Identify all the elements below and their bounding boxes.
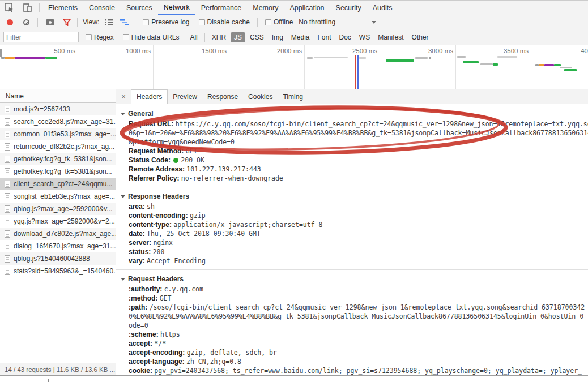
header-value: /soso/fcgi-bin/client_search_cp?ct=24&qq… (150, 303, 585, 311)
checkbox-icon (123, 34, 129, 40)
preserve-log-checkbox[interactable]: Preserve log (143, 18, 189, 26)
header-value: no-referrer-when-downgrade (181, 174, 283, 182)
request-name: returncode_df82b2c.js?max_ag... (14, 143, 114, 151)
section-title-response-headers[interactable]: Response Headers (116, 191, 588, 202)
filter-type-media[interactable]: Media (288, 32, 313, 42)
record-button[interactable] (7, 19, 13, 25)
request-row[interactable]: gethotkey.fcg?g_tk=5381&json... (0, 153, 116, 165)
request-row[interactable]: qblog.js?1540460042888 (0, 252, 116, 265)
header-entry: accept-language: zh-CN,zh;q=0.8 (116, 357, 588, 366)
divider (77, 18, 78, 27)
detail-tab-preview[interactable]: Preview (168, 89, 202, 104)
request-row[interactable]: gethotkey.fcg?g_tk=5381&json... (0, 165, 116, 178)
header-name: Request URL: (129, 120, 176, 128)
script-file-icon (5, 193, 10, 200)
filter-types: AllXHRJSCSSImgMediaFontDocWSManifestOthe… (186, 32, 432, 42)
filter-type-img[interactable]: Img (269, 32, 287, 42)
section-divider (116, 187, 588, 187)
tab-security[interactable]: Security (330, 1, 367, 15)
hide-data-urls-checkbox[interactable]: Hide data URLs (123, 33, 180, 41)
checkbox-icon (86, 34, 92, 40)
inspect-element-icon[interactable] (0, 1, 18, 15)
header-entry: :path: /soso/fcgi-bin/client_search_cp?c… (116, 303, 588, 312)
triangle-expanded-icon (121, 278, 125, 281)
tab-memory[interactable]: Memory (247, 1, 284, 15)
filter-type-all[interactable]: All (186, 32, 201, 42)
request-name: qblog.js?max_age=2592000&v... (14, 205, 112, 213)
filter-type-js[interactable]: JS (231, 32, 245, 42)
column-header-name[interactable]: Name (0, 89, 116, 103)
overview-request-bar (539, 64, 544, 66)
overview-gridline (304, 45, 305, 89)
capture-screenshots-icon[interactable] (46, 19, 54, 25)
regex-checkbox[interactable]: Regex (86, 33, 114, 41)
close-icon[interactable]: × (116, 89, 131, 104)
chevron-down-icon[interactable] (372, 21, 376, 24)
detail-tab-cookies[interactable]: Cookies (243, 89, 278, 104)
view-list-icon[interactable] (105, 19, 113, 25)
network-overview[interactable]: 500 ms1000 ms1500 ms2000 ms2500 ms3000 m… (0, 45, 588, 89)
filter-type-css[interactable]: CSS (246, 32, 267, 42)
section-title-general[interactable]: General (116, 108, 588, 119)
device-toolbar-icon[interactable] (18, 1, 36, 15)
script-file-icon (5, 205, 10, 213)
header-entry: vary: Accept-Encoding (116, 256, 588, 265)
request-name: gethotkey.fcg?g_tk=5381&json... (14, 168, 112, 175)
filter-type-doc[interactable]: Doc (336, 32, 355, 42)
filter-type-ws[interactable]: WS (356, 32, 373, 42)
request-row[interactable]: mod.js?r=2567433 (0, 103, 116, 115)
request-row[interactable]: returncode_df82b2c.js?max_ag... (0, 140, 116, 153)
divider (204, 33, 205, 42)
header-name: status: (129, 248, 153, 256)
request-row[interactable]: dialog_16f4670.js?max_age=31... (0, 240, 116, 252)
request-row[interactable]: client_search_cp?ct=24&qqmu... (0, 178, 116, 190)
filter-funnel-icon[interactable] (63, 19, 71, 26)
request-row[interactable]: stats?sld=58495963&_=1540460... (0, 265, 116, 277)
header-entry: 0%E6%8E%92%E9%AA%A8%E6%95%99%E4%B8%BB&g_… (116, 312, 588, 321)
section-title-request-headers[interactable]: Request Headers (116, 273, 588, 285)
divider (135, 18, 135, 27)
tab-application[interactable]: Application (284, 1, 330, 15)
tab-console[interactable]: Console (83, 1, 121, 15)
throttling-select[interactable]: No throttling (299, 18, 335, 26)
overview-gridline (153, 45, 154, 89)
tab-sources[interactable]: Sources (121, 1, 158, 15)
request-row[interactable]: common_01f3e53.js?max_age=... (0, 128, 116, 140)
tab-performance[interactable]: Performance (195, 1, 248, 15)
tab-audits[interactable]: Audits (367, 1, 398, 15)
request-row[interactable]: yqq.js?max_age=2592000&v=2... (0, 215, 116, 228)
header-entry: accept: */* (116, 339, 588, 348)
request-row[interactable]: download_d7c802e.js?max_age... (0, 228, 116, 240)
view-waterfall-icon[interactable] (120, 19, 129, 25)
request-row[interactable]: search_cce2ed8.js?max_age=31... (0, 115, 116, 128)
preserve-log-label: Preserve log (151, 18, 189, 26)
filter-type-other[interactable]: Other (408, 32, 432, 42)
detail-tab-response[interactable]: Response (202, 89, 243, 104)
clear-icon[interactable] (23, 19, 29, 25)
detail-tab-timing[interactable]: Timing (278, 89, 308, 104)
disable-cache-checkbox[interactable]: Disable cache (199, 18, 250, 26)
tab-elements[interactable]: Elements (42, 1, 83, 15)
header-name: vary: (129, 257, 147, 265)
filter-input[interactable] (3, 32, 79, 42)
header-name: server: (129, 239, 153, 247)
script-file-icon (5, 218, 10, 225)
overview-grip[interactable] (0, 49, 2, 57)
script-file-icon (5, 168, 10, 175)
filter-type-font[interactable]: Font (314, 32, 335, 42)
filter-type-manifest[interactable]: Manifest (374, 32, 407, 42)
header-entry: :authority: c.y.qq.com (116, 285, 588, 294)
overview-request-bar (307, 57, 313, 59)
request-row[interactable]: songlist_eb1eb3e.js?max_age=... (0, 190, 116, 203)
header-name: content-encoding: (129, 212, 190, 220)
overview-event-line (355, 55, 356, 89)
request-row[interactable]: qblog.js?max_age=2592000&v... (0, 203, 116, 215)
header-value: zh-CN,zh;q=0.8 (186, 358, 241, 366)
filter-type-xhr[interactable]: XHR (208, 32, 229, 42)
offline-checkbox[interactable]: Offline (265, 18, 293, 26)
tab-network[interactable]: Network (158, 1, 195, 15)
detail-tab-headers[interactable]: Headers (131, 89, 168, 104)
hide-data-urls-label: Hide data URLs (131, 33, 180, 41)
status-green-dot-icon (173, 158, 178, 163)
disable-cache-label: Disable cache (207, 18, 250, 26)
